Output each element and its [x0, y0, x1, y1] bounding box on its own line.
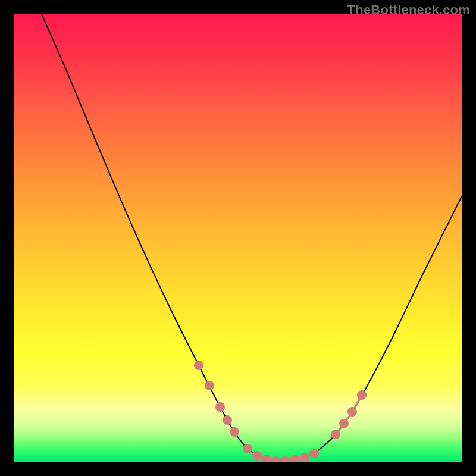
- marker-dot: [281, 456, 290, 462]
- marker-dot: [309, 449, 319, 458]
- watermark-text: TheBottleneck.com: [347, 2, 470, 18]
- marker-dot: [300, 453, 309, 462]
- chart-area: [14, 14, 462, 462]
- marker-dot: [243, 444, 252, 453]
- curve-plot: [14, 14, 462, 462]
- bottleneck-curve-left: [42, 14, 283, 461]
- marker-group: [194, 361, 367, 462]
- marker-dot: [223, 415, 232, 425]
- marker-dot: [347, 407, 357, 416]
- marker-dot: [262, 455, 271, 462]
- marker-dot: [339, 419, 349, 428]
- marker-dot: [252, 451, 262, 461]
- marker-dot: [290, 455, 300, 462]
- marker-dot: [230, 427, 239, 437]
- marker-dot: [194, 361, 203, 370]
- marker-dot: [271, 456, 281, 462]
- marker-dot: [331, 430, 340, 439]
- marker-dot: [215, 402, 225, 412]
- marker-dot: [205, 381, 214, 390]
- marker-dot: [357, 390, 367, 400]
- bottleneck-curve-right: [283, 196, 462, 461]
